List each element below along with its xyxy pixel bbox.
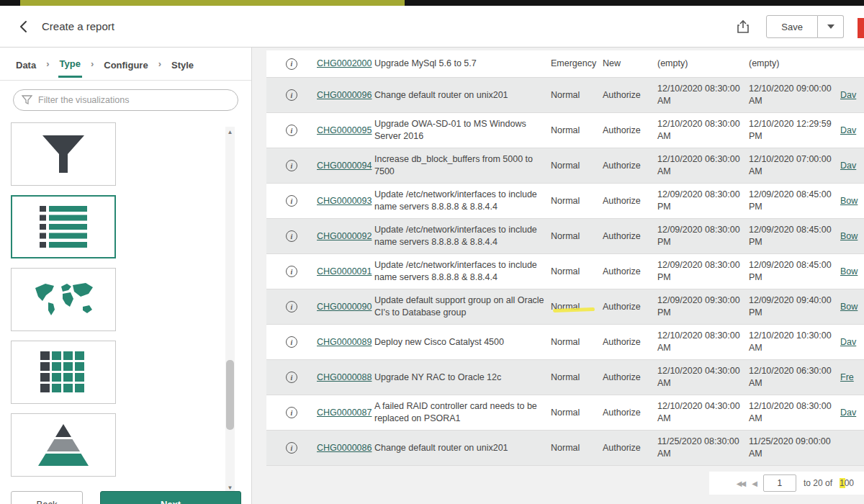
priority-value: Normal — [551, 122, 603, 140]
viz-card-pyramid[interactable] — [11, 413, 116, 477]
state-value: Authorize — [603, 263, 657, 281]
priority-value: Normal — [551, 157, 603, 175]
info-icon[interactable] — [286, 336, 297, 348]
wizard-steps: Data › Type › Configure › Style — [0, 48, 251, 81]
short-description: Upgrade MySql 5.6 to 5.7 — [374, 55, 551, 73]
info-icon[interactable] — [286, 89, 297, 101]
end-date: 12/10/2020 12:29:59 PM — [749, 115, 840, 145]
chevron-right-icon: › — [91, 58, 94, 69]
change-number-link[interactable]: CHG0000093 — [317, 196, 372, 206]
change-number-link[interactable]: CHG0000090 — [317, 302, 372, 312]
info-icon[interactable] — [286, 160, 297, 171]
pagination-total: 100 — [840, 478, 854, 488]
assigned-to-link[interactable]: Fre — [840, 372, 854, 382]
state-value: Authorize — [603, 122, 657, 140]
table-row: CHG0000092 Update /etc/network/interface… — [266, 219, 864, 254]
save-dropdown-button[interactable] — [818, 15, 844, 38]
state-value: New — [603, 55, 657, 73]
viz-card-map[interactable] — [11, 268, 116, 331]
scrollbar-thumb[interactable] — [226, 360, 234, 430]
end-date: 12/10/2020 10:30:00 AM — [749, 327, 840, 357]
priority-value: Normal — [551, 333, 603, 351]
priority-value: Normal — [551, 192, 603, 210]
previous-page-icon[interactable]: ◀ — [752, 480, 756, 487]
table-row: CHG0000090 Update default support group … — [266, 289, 864, 325]
short-description: Update /etc/network/interfaces to includ… — [374, 221, 551, 251]
short-description: A failed RAID controller card needs to b… — [374, 397, 551, 428]
short-description: Update /etc/network/interfaces to includ… — [374, 186, 551, 216]
change-number-link[interactable]: CHG0000094 — [317, 161, 372, 171]
end-date: 12/09/2020 08:45:00 PM — [749, 256, 840, 287]
info-icon[interactable] — [286, 301, 297, 312]
state-value: Authorize — [603, 228, 657, 246]
state-value: Authorize — [603, 298, 657, 316]
change-number-link[interactable]: CHG0000096 — [317, 90, 372, 100]
step-data[interactable]: Data — [14, 51, 37, 77]
info-icon[interactable] — [286, 266, 297, 277]
first-page-icon[interactable]: ◀◀ — [737, 480, 744, 487]
next-button[interactable]: Next — [100, 491, 241, 504]
back-arrow-button[interactable] — [13, 16, 35, 37]
change-number-link[interactable]: CHG0002000 — [317, 58, 372, 68]
map-chart-icon — [31, 281, 96, 318]
scroll-up-icon[interactable]: ▲ — [225, 127, 235, 137]
info-icon[interactable] — [286, 407, 297, 418]
change-number-link[interactable]: CHG0000092 — [317, 231, 372, 241]
info-icon[interactable] — [286, 195, 297, 207]
assigned-to-link[interactable]: Bow — [840, 302, 858, 312]
assigned-to-link[interactable]: Bow — [840, 231, 858, 241]
page-title: Create a report — [42, 20, 114, 32]
viz-card-funnel[interactable] — [11, 122, 116, 186]
assigned-to-link[interactable]: Bow — [840, 196, 858, 206]
change-number-link[interactable]: CHG0000095 — [317, 125, 372, 135]
step-configure[interactable]: Configure — [102, 51, 149, 77]
save-button[interactable]: Save — [766, 15, 818, 38]
assigned-to-link[interactable]: Bow — [840, 266, 858, 276]
assigned-to-link[interactable]: Dav — [840, 90, 856, 100]
state-value: Authorize — [603, 404, 657, 422]
short-description: Deploy new Cisco Catalyst 4500 — [374, 333, 551, 351]
assigned-to-link[interactable]: Dav — [840, 161, 856, 171]
viz-list-scrollbar[interactable]: ▲ ▼ — [225, 127, 235, 492]
priority-value: Normal — [551, 404, 603, 422]
info-icon[interactable] — [286, 230, 297, 242]
chevron-right-icon: › — [46, 58, 49, 69]
state-value: Authorize — [603, 369, 657, 387]
short-description: Change default router on unix201 — [374, 86, 551, 104]
change-number-link[interactable]: CHG0000091 — [317, 266, 372, 276]
viz-card-heatmap[interactable] — [11, 341, 116, 404]
step-style[interactable]: Style — [170, 51, 195, 77]
end-date: (empty) — [749, 55, 840, 73]
info-icon[interactable] — [286, 58, 297, 70]
info-icon[interactable] — [286, 442, 297, 454]
table-row: CHG0000087 A failed RAID controller card… — [266, 395, 864, 431]
assigned-to-link[interactable]: Dav — [840, 337, 856, 347]
pagination-range-label: to 20 of — [804, 478, 832, 488]
change-number-link[interactable]: CHG0000089 — [317, 337, 372, 347]
share-icon[interactable] — [732, 15, 755, 38]
start-date: 12/10/2020 04:30:00 AM — [657, 397, 749, 428]
start-date: 12/09/2020 08:30:00 PM — [657, 186, 749, 216]
start-date: 12/09/2020 09:30:00 PM — [657, 292, 749, 322]
report-preview-table: CHG0002000 Upgrade MySql 5.6 to 5.7 Emer… — [266, 50, 864, 466]
end-date: 12/09/2020 08:45:00 PM — [749, 186, 840, 216]
start-date: 12/10/2020 08:30:00 AM — [657, 327, 749, 357]
viz-card-list[interactable] — [11, 195, 116, 258]
start-date: 12/10/2020 08:30:00 AM — [657, 115, 749, 145]
info-icon[interactable] — [286, 372, 297, 383]
change-number-link[interactable]: CHG0000088 — [317, 372, 372, 382]
filter-visualizations-input[interactable] — [13, 89, 238, 111]
start-date: (empty) — [657, 55, 749, 73]
recording-indicator — [858, 18, 864, 38]
info-icon[interactable] — [286, 125, 297, 136]
page-number-input[interactable] — [763, 474, 796, 492]
step-type[interactable]: Type — [58, 50, 82, 78]
short-description: Update default support group on all Orac… — [374, 292, 551, 322]
assigned-to-link[interactable]: Dav — [840, 125, 856, 135]
assigned-to-link[interactable]: Dav — [840, 408, 856, 418]
change-number-link[interactable]: CHG0000086 — [317, 443, 372, 453]
short-description: Upgrade OWA-SD-01 to MS Windows Server 2… — [374, 115, 551, 145]
back-button[interactable]: Back — [11, 491, 83, 504]
state-value: Authorize — [603, 439, 657, 457]
change-number-link[interactable]: CHG0000087 — [317, 408, 372, 418]
